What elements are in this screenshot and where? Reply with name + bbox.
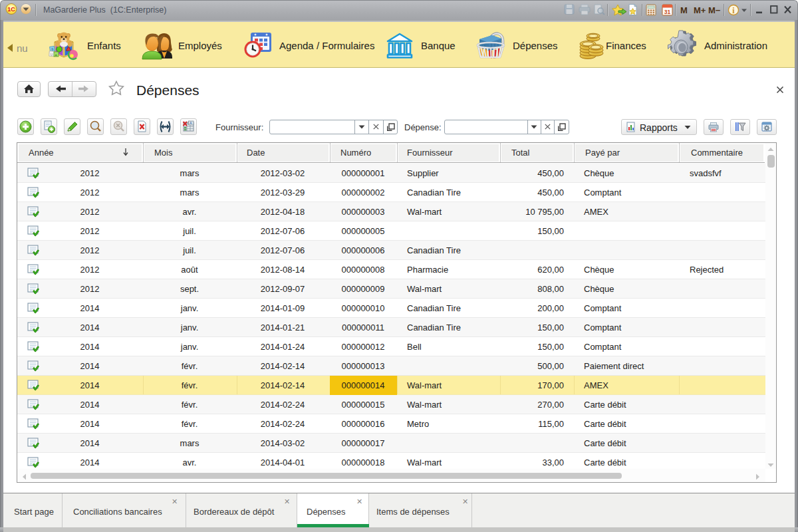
svg-text:1C: 1C <box>7 6 15 13</box>
svg-text:31: 31 <box>664 9 671 15</box>
svg-text:M+: M+ <box>694 5 706 15</box>
svg-text:M−: M− <box>708 5 721 15</box>
svg-text:A: A <box>190 121 192 125</box>
svg-text:M: M <box>680 5 688 15</box>
